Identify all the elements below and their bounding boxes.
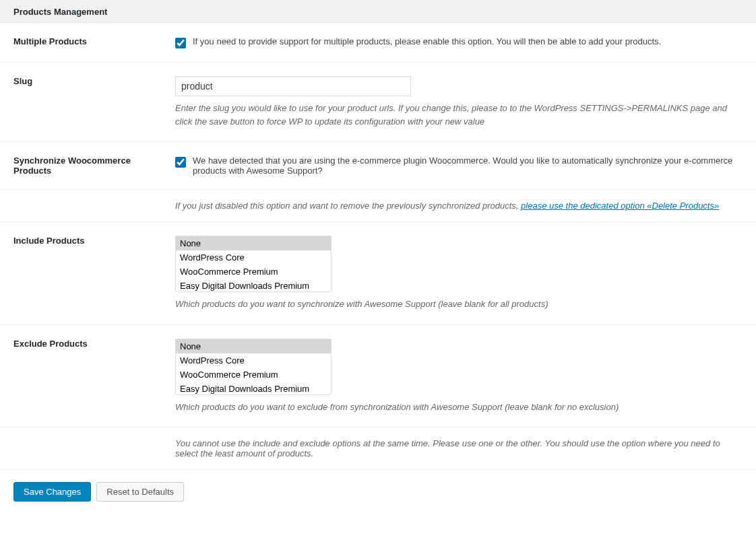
text-mutual-note: You cannot use the include and exclude o… xyxy=(175,438,720,458)
checkbox-sync-woo[interactable] xyxy=(175,157,186,168)
list-item[interactable]: Easy Digital Downloads Premium xyxy=(176,279,331,292)
row-include-products: Include Products NoneWordPress CoreWooCo… xyxy=(0,222,756,325)
row-slug: Slug Enter the slug you would like to us… xyxy=(0,63,756,142)
list-item[interactable]: WordPress Core xyxy=(176,353,331,368)
link-delete-products[interactable]: please use the dedicated option «Delete … xyxy=(521,201,719,211)
input-slug[interactable] xyxy=(175,76,411,96)
text-multiple-products: If you need to provide support for multi… xyxy=(193,36,661,46)
row-mutual-note: You cannot use the include and exclude o… xyxy=(0,427,756,470)
save-button[interactable]: Save Changes xyxy=(13,482,91,502)
settings-form-table: Multiple Products If you need to provide… xyxy=(0,23,756,470)
row-exclude-products: Exclude Products NoneWordPress CoreWooCo… xyxy=(0,324,756,427)
section-title: Products Management xyxy=(13,7,107,17)
description-exclude: Which products do you want to exclude fr… xyxy=(175,401,743,414)
list-item[interactable]: WooCommerce Premium xyxy=(176,265,331,279)
label-multiple-products: Multiple Products xyxy=(0,23,162,63)
text-sync-woo: We have detected that you are using the … xyxy=(193,156,743,176)
description-slug: Enter the slug you would like to use for… xyxy=(175,102,743,128)
section-header: Products Management xyxy=(0,0,756,23)
row-disabled-note: If you just disabled this option and wan… xyxy=(0,190,756,222)
description-include: Which products do you want to synchroniz… xyxy=(175,298,743,311)
select-include-products[interactable]: NoneWordPress CoreWooCommerce PremiumEas… xyxy=(175,236,332,292)
list-item[interactable]: None xyxy=(176,236,331,250)
row-multiple-products: Multiple Products If you need to provide… xyxy=(0,23,756,63)
list-item[interactable]: None xyxy=(176,339,331,353)
reset-button[interactable]: Reset to Defaults xyxy=(96,482,184,502)
list-item[interactable]: Easy Digital Downloads Premium xyxy=(176,382,331,395)
list-item[interactable]: WooCommerce Premium xyxy=(176,368,331,382)
label-slug: Slug xyxy=(0,63,162,142)
label-sync-woo: Synchronize Woocommerce Products xyxy=(0,142,162,190)
select-exclude-products[interactable]: NoneWordPress CoreWooCommerce PremiumEas… xyxy=(175,339,332,395)
row-sync-woo: Synchronize Woocommerce Products We have… xyxy=(0,142,756,190)
label-exclude-products: Exclude Products xyxy=(0,324,162,427)
label-include-products: Include Products xyxy=(0,222,162,325)
button-row: Save Changes Reset to Defaults xyxy=(0,470,756,514)
checkbox-multiple-products[interactable] xyxy=(175,38,186,48)
text-disabled-note: If you just disabled this option and wan… xyxy=(175,201,719,211)
list-item[interactable]: WordPress Core xyxy=(176,250,331,265)
